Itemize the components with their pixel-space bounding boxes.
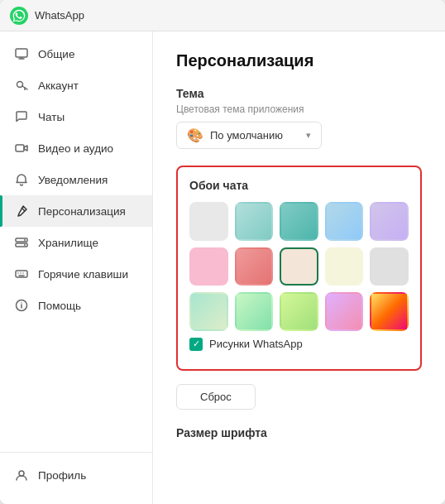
app-window: WhatsApp Общие [0, 0, 445, 504]
theme-dropdown-icon: 🎨 [187, 127, 203, 143]
theme-dropdown-value: По умолчанию [210, 129, 283, 142]
sidebar-item-video-audio[interactable]: Видео и аудио [0, 132, 152, 164]
sidebar-item-general[interactable]: Общие [0, 38, 152, 70]
wallpaper-title: Обои чата [189, 179, 409, 192]
bell-icon [13, 171, 30, 188]
sidebar-label-profile: Профиль [38, 469, 86, 482]
wallpaper-swatch-w14[interactable] [325, 292, 364, 331]
wallpaper-grid-row3 [189, 292, 409, 331]
brush-icon [13, 203, 30, 219]
wallpaper-grid-row1 [189, 202, 409, 241]
main-content: Общие Аккаунт [0, 31, 445, 504]
wallpaper-grid-row2 [189, 247, 409, 286]
sidebar-item-personalization[interactable]: Персонализация [0, 195, 152, 227]
video-icon [13, 140, 30, 156]
wallpaper-swatch-w8[interactable] [280, 247, 318, 286]
wallpaper-swatch-w4[interactable] [325, 202, 364, 241]
svg-rect-13 [16, 271, 27, 277]
svg-rect-1 [16, 49, 27, 57]
profile-icon [13, 467, 30, 483]
sidebar-item-account[interactable]: Аккаунт [0, 70, 152, 101]
wallpaper-swatch-w9[interactable] [325, 247, 364, 286]
content-area: Персонализация Тема Цветовая тема прилож… [153, 31, 445, 504]
storage-icon [13, 234, 30, 251]
theme-dropdown[interactable]: 🎨 По умолчанию ▾ [176, 122, 322, 149]
wallpaper-swatch-w15[interactable] [370, 292, 409, 331]
font-size-section: Размер шрифта [176, 426, 422, 439]
sidebar-item-notifications[interactable]: Уведомления [0, 164, 152, 195]
sidebar-label-notifications: Уведомления [38, 174, 108, 186]
reset-button[interactable]: Сброс [176, 384, 256, 410]
page-title: Персонализация [176, 51, 422, 70]
sidebar-item-chats[interactable]: Чаты [0, 101, 152, 132]
sidebar-bottom: Профиль [0, 452, 152, 497]
svg-point-12 [24, 244, 26, 246]
chat-icon [13, 108, 30, 125]
svg-point-21 [19, 471, 24, 476]
keyboard-icon [13, 266, 30, 282]
sidebar-label-help: Помощь [38, 300, 81, 312]
svg-rect-7 [16, 145, 24, 151]
wallpaper-swatch-w13[interactable] [280, 292, 318, 331]
svg-point-11 [24, 239, 26, 241]
wallpaper-swatch-w11[interactable] [189, 292, 228, 331]
svg-point-20 [21, 302, 22, 303]
sidebar-label-personalization: Персонализация [38, 205, 126, 218]
wallpaper-swatch-w7[interactable] [235, 247, 274, 286]
sidebar-label-chats: Чаты [38, 111, 65, 123]
sidebar-item-help[interactable]: Помощь [0, 290, 152, 321]
whatsapp-logo-icon [10, 7, 28, 25]
sidebar-label-shortcuts: Горячие клавиши [38, 268, 128, 281]
wallpaper-swatch-w3[interactable] [280, 202, 318, 241]
app-title: WhatsApp [35, 9, 84, 22]
wallpaper-swatch-w5[interactable] [370, 202, 409, 241]
monitor-icon [13, 46, 30, 62]
chevron-down-icon: ▾ [306, 130, 311, 141]
key-icon [13, 77, 30, 94]
wallpaper-section: Обои чата [176, 166, 422, 371]
sidebar-label-video-audio: Видео и аудио [38, 142, 113, 155]
wallpaper-swatch-w12[interactable] [235, 292, 274, 331]
wallpaper-swatch-w10[interactable] [370, 247, 409, 286]
whatsapp-pictures-checkbox[interactable]: ✓ [189, 338, 203, 351]
title-bar: WhatsApp [0, 0, 445, 31]
sidebar-item-profile[interactable]: Профиль [0, 459, 152, 491]
sidebar-item-shortcuts[interactable]: Горячие клавиши [0, 258, 152, 290]
info-icon [13, 297, 30, 314]
sidebar-label-general: Общие [38, 48, 74, 60]
theme-dropdown-row: 🎨 По умолчанию ▾ [176, 122, 422, 149]
wallpaper-swatch-w6[interactable] [189, 247, 228, 286]
sidebar: Общие Аккаунт [0, 31, 153, 504]
whatsapp-pictures-label: Рисунки WhatsApp [209, 338, 303, 350]
whatsapp-pictures-row: ✓ Рисунки WhatsApp [189, 338, 409, 351]
wallpaper-swatch-w2[interactable] [235, 202, 274, 241]
sidebar-label-account: Аккаунт [38, 79, 79, 92]
svg-point-0 [10, 7, 28, 25]
check-icon: ✓ [193, 338, 200, 349]
wallpaper-swatch-w1[interactable] [189, 202, 228, 241]
sidebar-label-storage: Хранилище [38, 237, 98, 249]
theme-title: Тема [176, 87, 422, 100]
theme-section: Тема Цветовая тема приложения 🎨 По умолч… [176, 87, 422, 149]
sidebar-item-storage[interactable]: Хранилище [0, 227, 152, 258]
font-size-title: Размер шрифта [176, 426, 422, 439]
theme-subtitle: Цветовая тема приложения [176, 103, 422, 115]
